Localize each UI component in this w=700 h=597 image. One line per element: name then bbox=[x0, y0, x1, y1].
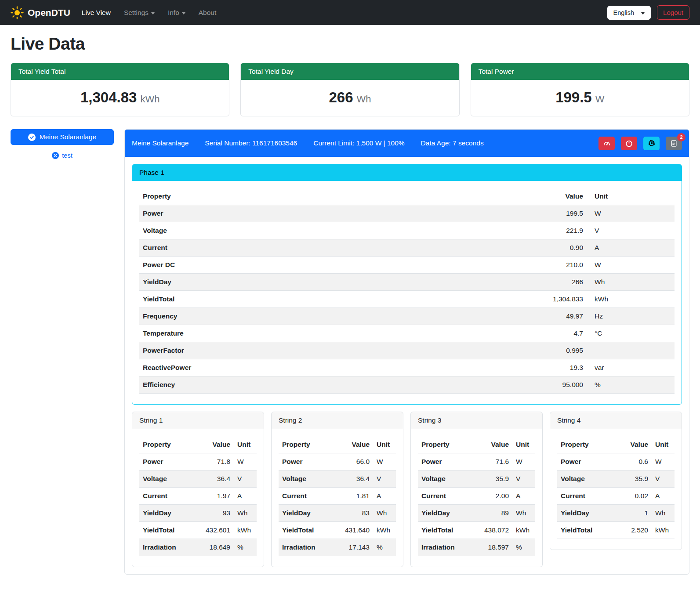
col-property: Property bbox=[557, 436, 617, 453]
row-value: 36.4 bbox=[199, 470, 234, 488]
table-header-row: Property Value Unit bbox=[279, 436, 396, 453]
cpu-icon bbox=[648, 139, 656, 147]
table-row: Irradiation18.597% bbox=[418, 539, 535, 556]
row-unit: W bbox=[234, 453, 257, 470]
row-unit: V bbox=[587, 222, 675, 239]
row-value: 2.00 bbox=[477, 488, 512, 505]
row-unit: kWh bbox=[587, 291, 675, 308]
row-property: Frequency bbox=[139, 308, 407, 325]
device-info-button[interactable] bbox=[643, 137, 660, 150]
row-property: Power bbox=[139, 453, 199, 470]
table-row: Frequency49.97Hz bbox=[139, 308, 675, 325]
table-row: YieldTotal438.072kWh bbox=[418, 522, 535, 539]
nav-info[interactable]: Info bbox=[168, 9, 185, 17]
language-selector[interactable]: English bbox=[607, 6, 651, 20]
summary-card-total-yield-day: Total Yield Day 266Wh bbox=[240, 63, 459, 116]
journal-icon bbox=[670, 140, 678, 147]
phase-table: Property Value Unit Power199.5WVoltage22… bbox=[139, 188, 675, 394]
col-property: Property bbox=[418, 436, 477, 453]
inverter-test-link[interactable]: test bbox=[11, 152, 114, 159]
row-property: Irradiation bbox=[418, 539, 477, 556]
row-property: Power bbox=[557, 453, 617, 470]
inverter-data-age: Data Age: 7 seconds bbox=[421, 139, 484, 147]
col-value: Value bbox=[199, 436, 234, 453]
table-row: Power0.6W bbox=[557, 453, 675, 470]
table-row: Power71.8W bbox=[139, 453, 257, 470]
row-property: YieldTotal bbox=[139, 522, 199, 539]
row-unit: Wh bbox=[587, 274, 675, 291]
table-row: Voltage35.9V bbox=[557, 470, 675, 488]
logout-button[interactable]: Logout bbox=[657, 5, 689, 20]
table-header-row: Property Value Unit bbox=[139, 188, 675, 205]
col-property: Property bbox=[279, 436, 338, 453]
table-row: Irradiation17.143% bbox=[279, 539, 396, 556]
card-title: Total Yield Day bbox=[241, 63, 459, 80]
row-property: Voltage bbox=[139, 222, 407, 239]
row-unit: var bbox=[587, 359, 675, 376]
row-property: Irradiation bbox=[139, 539, 199, 556]
table-row: Power71.6W bbox=[418, 453, 535, 470]
row-unit: A bbox=[652, 488, 675, 505]
col-property: Property bbox=[139, 188, 407, 205]
row-property: YieldDay bbox=[418, 505, 477, 522]
row-value: 19.3 bbox=[407, 359, 587, 376]
row-property: Irradiation bbox=[279, 539, 338, 556]
event-count-badge: 2 bbox=[677, 133, 685, 141]
row-property: PowerFactor bbox=[139, 342, 407, 359]
inverter-actions: 2 bbox=[598, 137, 682, 150]
row-value: 210.0 bbox=[407, 257, 587, 274]
table-row: Temperature4.7°C bbox=[139, 325, 675, 342]
row-unit: Hz bbox=[587, 308, 675, 325]
inverter-select-button[interactable]: Meine Solaranlage bbox=[11, 129, 114, 145]
row-property: Current bbox=[557, 488, 617, 505]
row-property: Power bbox=[139, 205, 407, 222]
row-unit: % bbox=[373, 539, 396, 556]
table-row: Current1.97A bbox=[139, 488, 257, 505]
chevron-down-icon bbox=[641, 12, 645, 14]
sun-icon bbox=[11, 6, 24, 19]
row-property: ReactivePower bbox=[139, 359, 407, 376]
string-title: String 4 bbox=[550, 412, 682, 429]
row-property: YieldTotal bbox=[139, 291, 407, 308]
row-unit: kWh bbox=[234, 522, 257, 539]
nav-about-label: About bbox=[199, 9, 217, 17]
nav-settings[interactable]: Settings bbox=[124, 9, 155, 17]
row-value: 36.4 bbox=[338, 470, 373, 488]
string-card-4: String 4 Property Value Unit bbox=[550, 412, 682, 550]
col-value: Value bbox=[407, 188, 587, 205]
nav-about[interactable]: About bbox=[199, 9, 217, 17]
row-value: 66.0 bbox=[338, 453, 373, 470]
event-log-button[interactable]: 2 bbox=[666, 137, 682, 150]
col-unit: Unit bbox=[512, 436, 535, 453]
page-title: Live Data bbox=[11, 34, 689, 54]
inverter-name: Meine Solaranlage bbox=[132, 139, 189, 147]
row-value: 0.6 bbox=[617, 453, 652, 470]
table-row: Voltage36.4V bbox=[139, 470, 257, 488]
inverter-limit: Current Limit: 1,500 W | 100% bbox=[313, 139, 404, 147]
row-unit: W bbox=[373, 453, 396, 470]
row-unit: V bbox=[652, 470, 675, 488]
summary-card-total-yield-total: Total Yield Total 1,304.83kWh bbox=[11, 63, 229, 116]
app-brand[interactable]: OpenDTU bbox=[11, 6, 70, 19]
check-circle-icon bbox=[28, 134, 36, 141]
table-row: YieldTotal2.520kWh bbox=[557, 522, 675, 539]
col-unit: Unit bbox=[234, 436, 257, 453]
row-value: 93 bbox=[199, 505, 234, 522]
power-toggle-button[interactable] bbox=[621, 137, 637, 150]
row-unit: W bbox=[512, 453, 535, 470]
row-property: Power bbox=[279, 453, 338, 470]
gauge-icon bbox=[603, 139, 611, 147]
card-unit: kWh bbox=[140, 94, 160, 105]
row-property: YieldDay bbox=[557, 505, 617, 522]
row-property: YieldTotal bbox=[279, 522, 338, 539]
limit-settings-button[interactable] bbox=[598, 137, 615, 150]
row-unit: V bbox=[512, 470, 535, 488]
row-value: 0.995 bbox=[407, 342, 587, 359]
string-table: Property Value Unit Power0.6WVoltage35.9… bbox=[557, 436, 675, 539]
table-header-row: Property Value Unit bbox=[418, 436, 535, 453]
card-value: 266 bbox=[329, 89, 353, 105]
inverter-test-label: test bbox=[62, 152, 72, 159]
row-unit: A bbox=[512, 488, 535, 505]
row-property: Voltage bbox=[279, 470, 338, 488]
nav-live-view[interactable]: Live View bbox=[82, 9, 111, 17]
